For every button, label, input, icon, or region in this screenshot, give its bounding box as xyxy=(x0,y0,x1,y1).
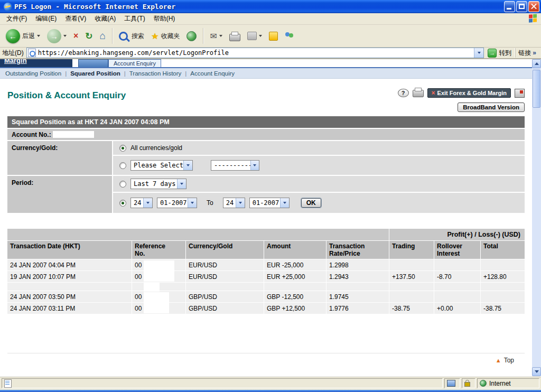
table-cell: -38.75 xyxy=(481,303,525,314)
home-icon: ⌂ xyxy=(100,30,106,42)
forward-button[interactable]: → xyxy=(45,28,68,44)
breadcrumb-link[interactable]: Account Enquiry xyxy=(190,70,235,77)
table-cell: 1.2943 xyxy=(327,271,389,282)
address-input[interactable]: https://ebanking.hangseng.com/servlet/Lo… xyxy=(26,48,484,58)
pair-select-arrow-icon[interactable] xyxy=(250,161,259,170)
table-cell: -8.70 xyxy=(434,271,480,282)
from-month-select[interactable]: 01-2007 xyxy=(157,198,197,208)
scrollbar-thumb[interactable] xyxy=(533,70,540,108)
from-day-arrow-icon[interactable] xyxy=(143,198,152,208)
ok-button[interactable]: OK xyxy=(301,198,321,208)
scroll-up-button[interactable] xyxy=(532,59,541,68)
currency-select-arrow-icon[interactable] xyxy=(183,161,192,170)
last7-row: Last 7 days xyxy=(113,176,525,192)
date-range-radio[interactable] xyxy=(119,200,126,207)
menu-item[interactable]: 工具(T) xyxy=(120,13,149,24)
window-title: PFS Logon - Microsoft Internet Explorer xyxy=(14,3,503,11)
edit-button[interactable] xyxy=(246,31,264,41)
back-button[interactable]: ← 后退 xyxy=(4,28,42,44)
period-select-arrow-icon[interactable] xyxy=(177,179,186,189)
select-currency-radio[interactable] xyxy=(119,162,126,169)
menu-item[interactable]: 收藏(A) xyxy=(90,13,120,24)
forward-dropdown-icon[interactable] xyxy=(63,35,67,37)
breadcrumb-link[interactable]: Transaction History xyxy=(129,70,182,77)
mail-dropdown-icon[interactable] xyxy=(219,35,222,37)
to-day-arrow-icon[interactable] xyxy=(236,198,245,208)
scroll-down-button[interactable] xyxy=(532,367,541,376)
refresh-button[interactable]: ↻ xyxy=(83,30,94,43)
table-cell xyxy=(434,291,480,302)
messenger-button[interactable] xyxy=(283,31,296,41)
from-month-arrow-icon[interactable] xyxy=(188,198,197,208)
table-row: 19 JAN 2007 10:07 PM00EUR/USDEUR +25,000… xyxy=(7,271,525,282)
stop-button[interactable]: × xyxy=(72,30,80,42)
to-label: To xyxy=(207,199,213,207)
calculator-icon[interactable] xyxy=(515,89,525,98)
column-header: Reference No. xyxy=(132,241,185,259)
pair-select[interactable]: ---------- xyxy=(211,160,259,171)
windows-logo-icon xyxy=(529,14,538,23)
to-month-value: 01-2007 xyxy=(250,198,280,208)
table-cell: GBP -12,500 xyxy=(264,291,326,302)
status-pane xyxy=(444,378,460,388)
date-range-row: 24 01-2007 To 24 01-200 xyxy=(113,193,525,213)
menu-item[interactable]: 帮助(H) xyxy=(150,13,180,24)
history-globe-icon xyxy=(186,31,197,41)
page-favicon xyxy=(28,49,36,57)
breadcrumb-link[interactable]: Outstanding Position xyxy=(5,70,61,77)
print-button[interactable] xyxy=(228,30,242,42)
table-cell: -38.75 xyxy=(389,303,434,314)
edit-dropdown-icon[interactable] xyxy=(259,35,262,37)
column-header: Amount xyxy=(264,241,326,259)
close-button[interactable] xyxy=(528,1,539,12)
breadcrumb-separator: | xyxy=(124,70,126,77)
go-button[interactable]: → 转到 xyxy=(487,49,512,58)
last7-radio[interactable] xyxy=(119,181,126,188)
exit-forex-button[interactable]: × Exit Forex & Gold Margin xyxy=(427,88,511,98)
tab-account-enquiry[interactable]: Account Enquiry xyxy=(108,59,161,67)
go-icon: → xyxy=(488,49,497,58)
status-bar: Internet xyxy=(0,376,541,390)
period-select[interactable]: Last 7 days xyxy=(130,179,186,189)
tab-partial[interactable] xyxy=(78,59,108,67)
menu-item[interactable]: 编辑(E) xyxy=(31,13,61,24)
home-button[interactable]: ⌂ xyxy=(98,29,107,43)
redaction-block xyxy=(144,260,174,282)
table-cell xyxy=(327,283,389,291)
select-currency-row: Please Select ---------- xyxy=(113,156,525,175)
vertical-scrollbar[interactable] xyxy=(532,59,541,376)
all-currencies-radio[interactable] xyxy=(119,145,126,152)
to-month-arrow-icon[interactable] xyxy=(280,198,289,208)
to-day-value: 24 xyxy=(223,198,236,208)
history-button[interactable] xyxy=(185,30,198,42)
favorites-button[interactable]: ★ 收藏夹 xyxy=(150,30,181,42)
links-button[interactable]: 链接 » xyxy=(515,48,539,58)
minimize-button[interactable] xyxy=(504,1,515,12)
to-day-select[interactable]: 24 xyxy=(223,198,245,208)
print-page-icon[interactable] xyxy=(413,90,424,97)
back-dropdown-icon[interactable] xyxy=(37,35,40,37)
menu-item[interactable]: 文件(F) xyxy=(2,13,31,24)
account-number-redacted xyxy=(53,131,94,138)
search-button[interactable]: 搜索 xyxy=(117,31,146,42)
all-currencies-label: All currencies/gold xyxy=(130,144,182,152)
help-icon[interactable]: ? xyxy=(398,89,409,97)
currency-select[interactable]: Please Select xyxy=(130,160,193,171)
table-cell xyxy=(481,259,525,270)
from-day-select[interactable]: 24 xyxy=(130,198,153,208)
menu-item[interactable]: 查看(V) xyxy=(61,13,90,24)
profit-loss-bar-left xyxy=(7,229,389,240)
menu-bar-items: 文件(F)编辑(E)查看(V)收藏(A)工具(T)帮助(H) xyxy=(2,13,179,24)
breadcrumb-link[interactable]: Squared Position xyxy=(70,70,120,77)
mail-icon: ✉ xyxy=(210,31,217,41)
maximize-button[interactable] xyxy=(516,1,527,12)
address-url[interactable]: https://ebanking.hangseng.com/servlet/Lo… xyxy=(38,49,474,57)
tab-margin[interactable]: Margin xyxy=(0,59,72,67)
address-dropdown-button[interactable] xyxy=(474,48,483,58)
mail-button[interactable]: ✉ xyxy=(208,30,223,42)
search-label: 搜索 xyxy=(132,32,144,41)
to-month-select[interactable]: 01-2007 xyxy=(249,198,290,208)
broadband-version-button[interactable]: BroadBand Version xyxy=(458,102,525,112)
top-link[interactable]: Top xyxy=(504,357,514,364)
discuss-button[interactable] xyxy=(267,31,279,42)
